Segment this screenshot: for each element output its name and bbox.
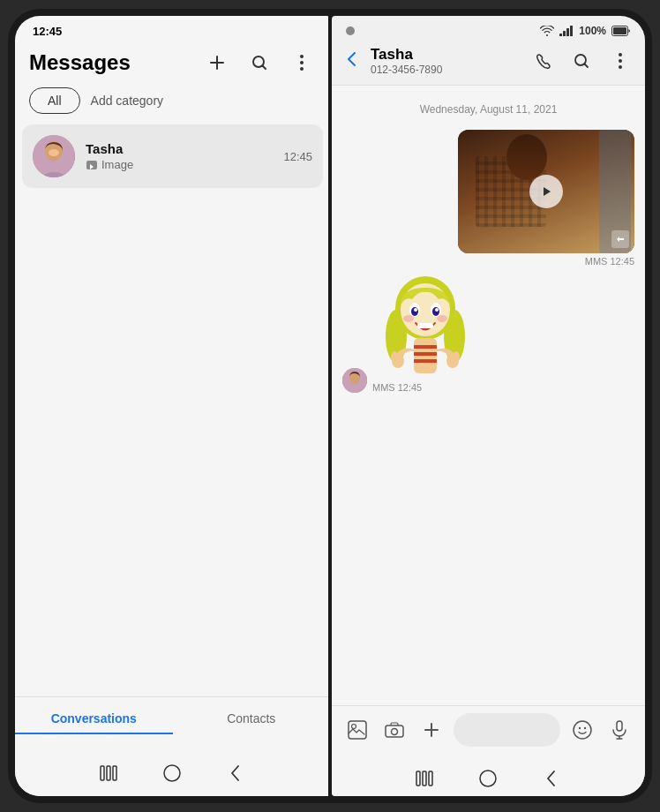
svg-point-27 [619, 59, 622, 63]
svg-point-5 [300, 61, 304, 64]
camera-button[interactable] [379, 715, 409, 745]
chat-header-icons [529, 47, 634, 75]
svg-rect-19 [563, 31, 566, 36]
svg-point-26 [619, 53, 622, 56]
svg-rect-14 [101, 766, 104, 780]
chat-messages: Wednesday, August 11, 2021 [332, 86, 645, 705]
hinge [328, 16, 332, 796]
messages-header: Messages [15, 41, 330, 87]
svg-rect-69 [429, 771, 432, 786]
voice-button[interactable] [604, 715, 634, 745]
video-thumbnail[interactable] [458, 130, 634, 253]
sticker-character-svg [377, 274, 474, 376]
sticker-meta: MMS 12:45 [372, 382, 422, 393]
svg-point-63 [584, 727, 586, 729]
svg-rect-20 [566, 28, 569, 36]
sticker-image [372, 274, 478, 380]
svg-point-58 [391, 729, 397, 735]
svg-marker-29 [544, 187, 551, 196]
received-sticker-message: MMS 12:45 [342, 274, 634, 393]
signal-icon [559, 26, 574, 36]
avatar-image [33, 135, 75, 177]
svg-point-56 [351, 725, 356, 729]
svg-rect-16 [113, 766, 116, 780]
conv-name: Tasha [86, 141, 273, 156]
svg-point-44 [453, 351, 460, 362]
recents-button[interactable] [94, 759, 123, 787]
bottom-nav: Conversations Contacts [15, 696, 330, 752]
chat-contact-info: Tasha 012-3456-7890 [371, 46, 521, 76]
home-button[interactable] [158, 759, 186, 787]
messages-title: Messages [29, 50, 131, 75]
search-button[interactable] [245, 49, 274, 77]
battery-text: 100% [579, 25, 606, 37]
svg-point-61 [574, 721, 591, 739]
wifi-icon [540, 26, 554, 36]
system-nav-right [332, 757, 645, 796]
svg-point-52 [403, 315, 414, 322]
video-meta: MMS 12:45 [585, 256, 634, 267]
tab-bar: All Add category [15, 87, 330, 124]
svg-point-70 [480, 771, 496, 786]
attach-button[interactable] [416, 715, 446, 745]
back-button-right[interactable] [537, 764, 566, 793]
search-chat-button[interactable] [567, 47, 596, 75]
nav-tab-contacts[interactable]: Contacts [173, 704, 330, 734]
device-frame: 12:45 Messages [8, 9, 652, 803]
svg-point-6 [300, 67, 304, 71]
status-bar-left: 12:45 [15, 16, 330, 41]
front-camera [346, 26, 355, 35]
conversation-list: Tasha Image 12:45 [15, 124, 330, 696]
svg-point-42 [391, 351, 398, 362]
share-overlay [611, 230, 629, 248]
svg-rect-39 [414, 359, 437, 363]
conv-preview: Image [86, 158, 273, 171]
tab-all[interactable]: All [29, 87, 80, 114]
play-button[interactable] [529, 175, 563, 208]
nav-tab-conversations[interactable]: Conversations [15, 704, 173, 734]
back-button[interactable] [221, 759, 250, 787]
chat-input-area [332, 705, 645, 757]
more-button[interactable] [288, 49, 316, 77]
chat-contact-number: 012-3456-7890 [371, 64, 521, 76]
tab-add-category[interactable]: Add category [91, 94, 164, 108]
sender-avatar [342, 368, 367, 393]
svg-line-25 [585, 64, 589, 68]
message-input[interactable] [454, 713, 560, 747]
svg-point-53 [437, 315, 447, 322]
right-panel: 100% Tasha 012-3456-7890 [332, 16, 645, 796]
svg-rect-37 [414, 345, 437, 349]
left-panel: 12:45 Messages [15, 16, 330, 796]
svg-point-50 [414, 308, 417, 312]
svg-point-51 [435, 308, 439, 312]
chat-header: Tasha 012-3456-7890 [332, 41, 645, 86]
svg-rect-68 [423, 771, 426, 786]
status-bar-right: 100% [332, 16, 645, 41]
recents-button-right[interactable] [410, 764, 439, 793]
sent-video-message: MMS 12:45 [342, 130, 634, 267]
compose-button[interactable] [203, 49, 231, 77]
svg-point-28 [619, 65, 622, 69]
svg-rect-32 [351, 384, 358, 393]
svg-point-9 [49, 149, 59, 156]
header-icons [203, 49, 316, 77]
back-to-list-button[interactable] [342, 51, 360, 71]
svg-rect-15 [107, 766, 110, 780]
conversation-item-tasha[interactable]: Tasha Image 12:45 [22, 124, 323, 188]
svg-rect-64 [617, 721, 622, 731]
home-button-right[interactable] [474, 764, 502, 793]
svg-point-62 [579, 727, 581, 729]
clock: 12:45 [33, 25, 62, 38]
more-chat-button[interactable] [606, 47, 634, 75]
svg-rect-67 [416, 771, 420, 786]
call-button[interactable] [529, 47, 557, 75]
conv-preview-text: Image [101, 158, 133, 171]
svg-point-17 [164, 765, 180, 781]
svg-rect-18 [559, 34, 562, 36]
sticker-bubble: MMS 12:45 [372, 274, 478, 393]
date-divider: Wednesday, August 11, 2021 [342, 103, 634, 116]
gallery-button[interactable] [342, 715, 372, 745]
emoji-button[interactable] [567, 715, 597, 745]
conv-time: 12:45 [283, 150, 312, 163]
svg-line-3 [262, 66, 266, 70]
